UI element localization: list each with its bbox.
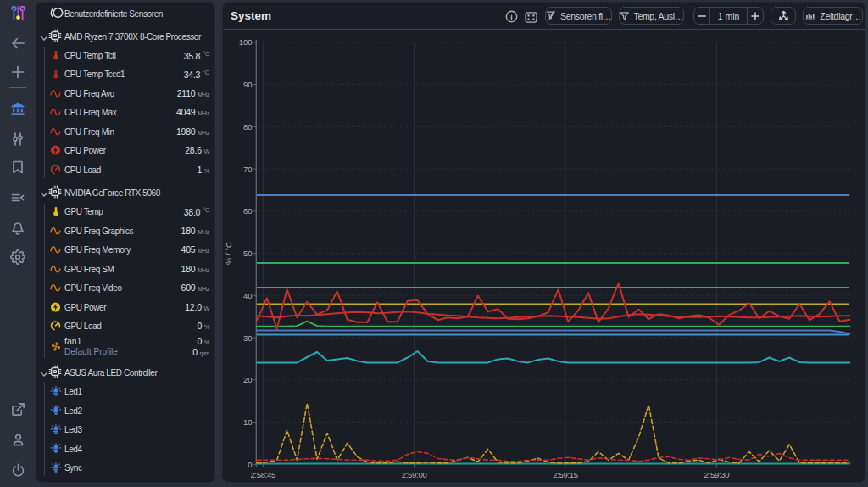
svg-text:10: 10 bbox=[243, 417, 253, 427]
svg-text:2:59:15: 2:59:15 bbox=[553, 470, 578, 479]
svg-text:30: 30 bbox=[243, 333, 253, 343]
svg-text:60: 60 bbox=[243, 206, 253, 216]
svg-text:70: 70 bbox=[243, 165, 253, 174]
svg-text:90: 90 bbox=[243, 80, 253, 89]
svg-text:2:58:45: 2:58:45 bbox=[250, 470, 275, 479]
svg-text:80: 80 bbox=[243, 122, 253, 132]
svg-text:% / °C: % / °C bbox=[224, 242, 233, 265]
svg-text:2:59:00: 2:59:00 bbox=[402, 470, 427, 479]
svg-text:2:59:30: 2:59:30 bbox=[704, 470, 730, 479]
svg-text:0: 0 bbox=[248, 460, 252, 469]
svg-text:20: 20 bbox=[243, 375, 253, 384]
svg-text:40: 40 bbox=[243, 291, 253, 300]
svg-text:100: 100 bbox=[239, 37, 253, 47]
svg-text:50: 50 bbox=[243, 249, 253, 258]
